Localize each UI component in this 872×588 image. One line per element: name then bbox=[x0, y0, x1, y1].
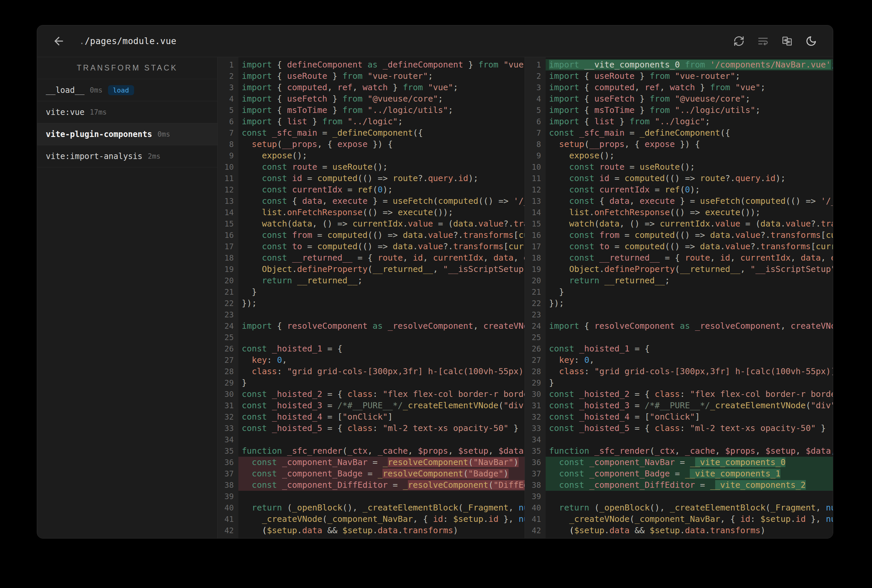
code-line: 1import __vite_components_0 from '/compo… bbox=[525, 59, 833, 70]
code-line: 22}); bbox=[525, 298, 833, 309]
sidebar-item-vite-vue[interactable]: vite:vue 17ms bbox=[37, 101, 217, 123]
code-line: 7const _sfc_main = _defineComponent({ bbox=[218, 127, 525, 139]
code-line: 30const _hoisted_2 = { class: "flex flex… bbox=[525, 388, 833, 400]
code-line: 32const _hoisted_4 = ["onClick"] bbox=[525, 411, 833, 423]
code-text: const from = computed(() => data.value?.… bbox=[546, 230, 833, 241]
code-text: const { data, execute } = useFetch(compu… bbox=[546, 195, 833, 207]
line-number: 42 bbox=[218, 525, 238, 536]
line-number: 18 bbox=[525, 252, 546, 264]
code-line: 42 ($setup.data && $setup.data.transform… bbox=[525, 525, 833, 536]
line-number: 36 bbox=[525, 457, 546, 468]
line-number: 21 bbox=[218, 286, 238, 298]
code-line: 19 Object.defineProperty(__returned__, "… bbox=[525, 264, 833, 275]
code-text bbox=[238, 491, 525, 502]
code-text: watch(data, () => currentIdx.value = (da… bbox=[546, 218, 833, 230]
line-number: 13 bbox=[525, 195, 546, 207]
line-number: 5 bbox=[218, 105, 238, 116]
code-text: ($setup.data && $setup.data.transforms) bbox=[238, 525, 525, 536]
code-text: key: 0, bbox=[546, 354, 833, 366]
code-text: return __returned__; bbox=[238, 275, 525, 286]
line-number: 29 bbox=[525, 377, 546, 388]
code-text: list.onFetchResponse(() => execute()); bbox=[546, 207, 833, 218]
code-text: Object.defineProperty(__returned__, "__i… bbox=[238, 264, 525, 275]
line-number: 29 bbox=[218, 377, 238, 388]
line-number: 33 bbox=[218, 423, 238, 434]
code-text: const _hoisted_2 = { class: "flex flex-c… bbox=[238, 388, 525, 400]
transform-stack-sidebar: TRANSFORM STACK __load__ 0ms load vite:v… bbox=[37, 57, 218, 538]
code-text: Object.defineProperty(__returned__, "__i… bbox=[546, 264, 833, 275]
line-number: 19 bbox=[218, 264, 238, 275]
code-text: _createVNode(_component_NavBar, { id: $s… bbox=[546, 513, 833, 525]
code-line: 10 const route = useRoute(); bbox=[218, 161, 525, 173]
sidebar-item-load[interactable]: __load__ 0ms load bbox=[37, 79, 217, 101]
code-text: const _hoisted_4 = ["onClick"] bbox=[238, 411, 525, 423]
plugin-time: 0ms bbox=[90, 86, 103, 94]
code-text: const _hoisted_3 = /*#__PURE__*/_createE… bbox=[546, 400, 833, 411]
moon-icon bbox=[806, 35, 817, 47]
code-line: 32const _hoisted_4 = ["onClick"] bbox=[218, 411, 525, 423]
line-number: 35 bbox=[525, 446, 546, 457]
code-line: 14 list.onFetchResponse(() => execute())… bbox=[218, 207, 525, 218]
wrap-lines-button[interactable] bbox=[757, 35, 769, 47]
code-line: 29} bbox=[218, 377, 525, 388]
code-text: class: "grid grid-cols-[300px,3fr] h-[ca… bbox=[546, 366, 833, 377]
toolbar bbox=[733, 35, 817, 47]
code-line: 39 bbox=[218, 491, 525, 502]
line-number: 6 bbox=[218, 116, 238, 127]
code-line: 4import { useFetch } from "@vueuse/core"… bbox=[525, 93, 833, 105]
code-line: 13 const { data, execute } = useFetch(co… bbox=[218, 195, 525, 207]
line-number: 14 bbox=[525, 207, 546, 218]
line-number: 3 bbox=[525, 82, 546, 93]
code-line: 30const _hoisted_2 = { class: "flex flex… bbox=[218, 388, 525, 400]
code-line: 17 const to = computed(() => data.value?… bbox=[218, 241, 525, 252]
code-line: 41 _createVNode(_component_NavBar, { id:… bbox=[218, 513, 525, 525]
line-number: 25 bbox=[525, 332, 546, 343]
line-number: 25 bbox=[218, 332, 238, 343]
code-line: 3import { computed, ref, watch } from "v… bbox=[525, 82, 833, 93]
code-line: 27 key: 0, bbox=[218, 354, 525, 366]
code-text: } bbox=[238, 377, 525, 388]
line-number: 23 bbox=[218, 309, 238, 320]
code-line: 10 const route = useRoute(); bbox=[525, 161, 833, 173]
code-text: const currentIdx = ref(0); bbox=[238, 184, 525, 195]
code-text: const id = computed(() => route?.query.i… bbox=[238, 173, 525, 184]
code-line: 16 const from = computed(() => data.valu… bbox=[218, 230, 525, 241]
code-text: return (_openBlock(), _createElementBloc… bbox=[238, 502, 525, 513]
code-line: 40 return (_openBlock(), _createElementB… bbox=[525, 502, 833, 513]
code-line: 1import { defineComponent as _defineComp… bbox=[218, 59, 525, 70]
code-line: 12 const currentIdx = ref(0); bbox=[218, 184, 525, 195]
line-number: 41 bbox=[218, 513, 238, 525]
plugin-time: 0ms bbox=[158, 130, 170, 138]
code-line: 24import { resolveComponent as _resolveC… bbox=[525, 320, 833, 332]
theme-toggle-button[interactable] bbox=[806, 35, 817, 47]
pane-after[interactable]: 1import __vite_components_0 from '/compo… bbox=[525, 57, 833, 538]
code-text: const _hoisted_2 = { class: "flex flex-c… bbox=[546, 388, 833, 400]
content: TRANSFORM STACK __load__ 0ms load vite:v… bbox=[37, 57, 833, 538]
plugin-name: vite-plugin-components bbox=[46, 130, 152, 139]
line-number: 18 bbox=[218, 252, 238, 264]
code-text: key: 0, bbox=[238, 354, 525, 366]
line-number: 3 bbox=[218, 82, 238, 93]
code-text: const _hoisted_4 = ["onClick"] bbox=[546, 411, 833, 423]
code-text: import { computed, ref, watch } from "vu… bbox=[546, 82, 833, 93]
plugin-time: 2ms bbox=[148, 152, 161, 160]
refresh-button[interactable] bbox=[733, 35, 744, 47]
code-text bbox=[238, 332, 525, 343]
pane-before[interactable]: 1import { defineComponent as _defineComp… bbox=[218, 57, 525, 538]
code-line: 27 key: 0, bbox=[525, 354, 833, 366]
code-text: const _component_DiffEditor = __vite_com… bbox=[546, 479, 833, 491]
back-button[interactable] bbox=[53, 35, 65, 48]
line-number: 9 bbox=[218, 150, 238, 161]
page-title: ./pages/module.vue bbox=[79, 36, 177, 46]
side-by-side-toggle-button[interactable] bbox=[782, 35, 793, 47]
line-number: 27 bbox=[218, 354, 238, 366]
code-text: setup(__props, { expose }) { bbox=[546, 139, 833, 150]
sidebar-item-vite-plugin-components[interactable]: vite-plugin-components 0ms bbox=[37, 123, 217, 146]
code-text: }); bbox=[238, 298, 525, 309]
code-line: 9 expose(); bbox=[218, 150, 525, 161]
code-line: 40 return (_openBlock(), _createElementB… bbox=[218, 502, 525, 513]
code-text: const _hoisted_1 = { bbox=[238, 343, 525, 354]
inspector-window: ./pages/module.vue TRANSFORM STACK __loa… bbox=[37, 25, 833, 538]
sidebar-item-vite-import-analysis[interactable]: vite:import-analysis 2ms bbox=[37, 146, 217, 167]
line-number: 7 bbox=[525, 127, 546, 139]
